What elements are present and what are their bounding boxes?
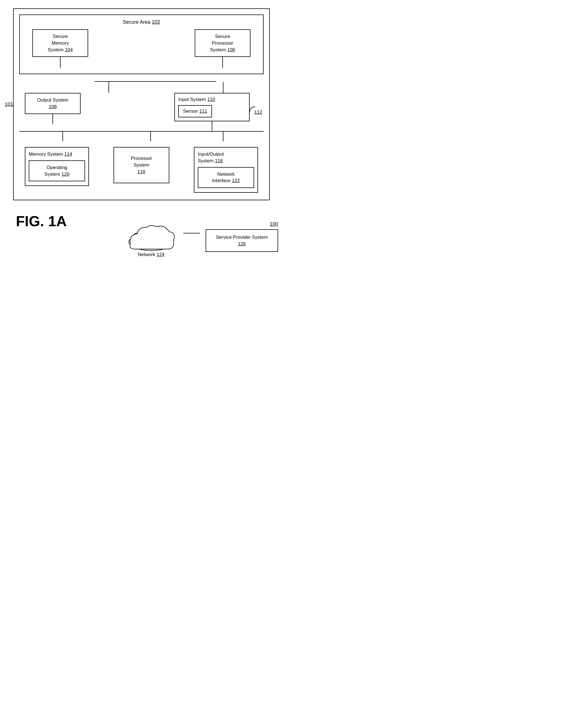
secure-memory-box: SecureMemorySystem 104	[33, 29, 88, 57]
memory-system-box: Memory System 114 OperatingSystem 120	[25, 147, 89, 186]
secure-memory-ref: 104	[65, 47, 73, 52]
network-interface-box: NetworkInterface 122	[198, 167, 254, 188]
v-line-memory	[60, 57, 61, 68]
ref-100: 100	[270, 221, 278, 227]
memory-system-ref: 114	[64, 151, 72, 157]
cloud-svg	[125, 221, 178, 252]
secure-processor-box: SecureProcessorSystem 106	[195, 29, 251, 57]
fig-label: FIG. 1A	[16, 213, 67, 230]
network-interface-ref: 122	[232, 178, 239, 183]
service-provider-box: Service Provider System126	[206, 229, 278, 252]
secure-area-ref: 102	[152, 19, 160, 25]
v-drop-input	[223, 82, 224, 93]
service-provider-ref: 126	[238, 241, 246, 247]
cloud-to-sp-connector	[183, 233, 200, 233]
v-drop-io	[223, 132, 224, 142]
diagram: 101 Secure Area 102 SecureMemorySystem 1…	[13, 8, 281, 257]
v-line-output-down	[52, 114, 53, 124]
memory-system-label: Memory System 114	[29, 151, 85, 157]
sensor-ref: 111	[200, 108, 207, 114]
io-system-label: Input/OutputSystem 118	[198, 151, 254, 164]
input-system-label: Input System 110	[178, 96, 246, 103]
ref-101-label: 101	[5, 102, 13, 107]
output-system-box: Output System108	[25, 93, 81, 114]
v-drop-processor	[150, 132, 151, 142]
output-system-wrapper: Output System108	[25, 93, 81, 124]
io-system-box: Input/OutputSystem 118 NetworkInterface …	[194, 147, 258, 193]
input-system-ref: 110	[207, 97, 215, 102]
secure-area-box: Secure Area 102 SecureMemorySystem 104 S…	[19, 15, 264, 74]
drop-lines-area	[19, 82, 264, 93]
output-system-ref: 108	[49, 104, 57, 109]
network-cloud: Network 124	[125, 221, 178, 257]
network-ref: 124	[156, 252, 164, 257]
processor-system-box: ProcessorSystem 116	[113, 147, 169, 183]
network-label: Network 124	[138, 252, 164, 257]
outer-system-box: 101 Secure Area 102 SecureMemorySystem 1…	[13, 8, 270, 200]
middle-section: Output System108 Input System 110 Sensor…	[19, 93, 264, 131]
sensor-box: Sensor 111	[178, 105, 212, 118]
bottom-section: FIG. 1A	[13, 213, 281, 257]
v-drop-memory	[62, 132, 63, 142]
secure-area-inner: SecureMemorySystem 104 SecureProcessorSy…	[24, 29, 259, 68]
fig-area: FIG. 1A	[16, 213, 67, 230]
io-system-ref: 118	[215, 158, 223, 164]
os-box: OperatingSystem 120	[29, 161, 85, 182]
v-line-secure-proc	[222, 57, 223, 68]
network-service-row: Network 124 100 Service Provider System1…	[125, 216, 278, 257]
processor-system-ref: 116	[138, 168, 145, 175]
input-system-wrapper: Input System 110 Sensor 111	[174, 93, 250, 131]
os-ref: 120	[62, 171, 69, 177]
drop-lines-bottom	[19, 132, 264, 142]
curve-112	[248, 105, 257, 115]
ref-100-label: 100	[270, 221, 278, 227]
secure-processor-ref: 106	[227, 47, 235, 52]
service-provider-area: 100 Service Provider System126	[206, 221, 278, 252]
bottom-row: Memory System 114 OperatingSystem 120 Pr…	[19, 142, 264, 193]
v-drop-output	[108, 82, 109, 93]
secure-area-label: Secure Area 102	[24, 19, 259, 25]
v-line-input-down	[212, 121, 212, 131]
h-line-cloud-sp	[183, 233, 200, 233]
input-system-box: Input System 110 Sensor 111	[174, 93, 250, 121]
